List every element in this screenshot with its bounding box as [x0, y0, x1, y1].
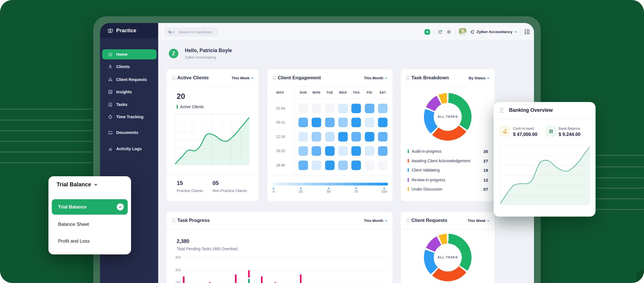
active-clients-label: Active Clients [177, 105, 204, 109]
tasks-icon [108, 102, 113, 107]
main-area: + [158, 23, 534, 283]
chevron-down-icon [385, 219, 388, 222]
sidebar-item-activity-logs[interactable]: Activity Logs [102, 144, 157, 154]
heatmap-cell[interactable] [378, 132, 388, 142]
heatmap-day-label: THU [351, 91, 361, 94]
heatmap-cell[interactable] [325, 146, 335, 156]
heatmap-cell[interactable] [351, 104, 361, 113]
drag-handle-icon[interactable] [273, 76, 276, 80]
search-icon[interactable] [165, 30, 176, 34]
heatmap-week-label: 01-04 [272, 106, 289, 110]
drag-handle-icon[interactable] [407, 76, 409, 80]
sidebar-item-tasks[interactable]: Tasks [102, 99, 157, 110]
drag-handle-icon[interactable] [172, 76, 175, 80]
legend-value: 35 [483, 149, 488, 154]
heatmap-cell[interactable] [351, 132, 361, 142]
sidebar-item-time-tracking[interactable]: Time Tracking [102, 112, 157, 122]
dropdown-option-trial-balance[interactable]: Trial Balance [52, 199, 128, 215]
chevron-down-icon [487, 219, 490, 222]
heatmap-cell[interactable] [365, 132, 374, 142]
area-line-chart [175, 114, 249, 165]
drag-handle-icon[interactable] [407, 219, 409, 222]
chevron-down-icon [172, 31, 174, 33]
sidebar-item-documents[interactable]: Documents [102, 127, 157, 138]
card-header: Client Engagement This Month [267, 69, 393, 87]
range-selector[interactable]: This Month [364, 219, 388, 223]
heatmap-cell[interactable] [351, 118, 361, 127]
heatmap-cell[interactable] [365, 146, 374, 156]
sidebar-item-client-requests[interactable]: Client Requests [102, 75, 157, 85]
tick-marker-icon [300, 187, 302, 189]
heatmap-cell[interactable] [378, 118, 388, 127]
search-input[interactable] [179, 30, 212, 34]
card-task-breakdown: Task Breakdown By Status ALL TASKS Audit… [400, 69, 495, 201]
sidebar-item-insights[interactable]: Insights [102, 87, 157, 97]
card-active-clients: Active Clients This Week 20 Active Clien… [166, 69, 259, 201]
report-dropdown-header[interactable]: Trial Balance [57, 181, 98, 188]
apps-grid-icon[interactable] [525, 29, 529, 34]
heatmap-day-label: SAT [378, 91, 388, 94]
chevron-down-icon [514, 31, 517, 33]
range-selector[interactable]: This Week [468, 219, 490, 223]
heatmap-cell[interactable] [338, 104, 348, 113]
heatmap-cell[interactable] [312, 104, 321, 113]
heatmap-cell[interactable] [312, 118, 321, 127]
dropdown-option-balance-sheet[interactable]: Balance Sheet [58, 222, 89, 227]
heatmap-cell[interactable] [298, 132, 308, 142]
heatmap-cell[interactable] [325, 161, 335, 170]
heatmap-cell[interactable] [365, 161, 374, 170]
nonpractice-clients-label: Non-Practice Clients [213, 189, 247, 193]
heatmap-cell[interactable] [338, 161, 348, 170]
heatmap-cell[interactable] [338, 146, 348, 156]
scale-tick: 0 [269, 187, 278, 194]
decor-line [0, 109, 92, 110]
sidebar-item-clients[interactable]: Clients [102, 62, 157, 72]
heatmap-cell[interactable] [325, 132, 335, 142]
heatmap-cell[interactable] [298, 146, 308, 156]
card-title: Banking Overview [509, 107, 553, 113]
org-switcher[interactable]: Zylker Accountancy [470, 30, 517, 34]
scale-tick: 100 [380, 187, 388, 194]
heatmap-month-label: NOV [276, 91, 284, 94]
heatmap-cell[interactable] [351, 146, 361, 156]
add-button[interactable]: + [424, 29, 430, 35]
heatmap-cell[interactable] [325, 118, 335, 127]
range-selector[interactable]: This Week [232, 76, 254, 80]
heatmap-cell[interactable] [312, 132, 321, 142]
user-avatar[interactable] [459, 28, 466, 36]
heatmap-cell[interactable] [365, 118, 374, 127]
users-group-icon [108, 77, 113, 82]
range-selector[interactable]: By Status [469, 76, 490, 80]
search-box[interactable] [165, 27, 218, 36]
org-avatar: Z [167, 47, 180, 60]
drag-handle-icon[interactable] [500, 108, 503, 113]
dropdown-option-profit-and-loss[interactable]: Profit and Loss [58, 238, 90, 244]
heatmap-cell[interactable] [312, 146, 321, 156]
card-header: Client Requests This Week [401, 212, 495, 229]
heatmap-cell[interactable] [338, 118, 348, 127]
sync-icon[interactable] [438, 29, 443, 34]
bar-completed [248, 279, 250, 283]
heatmap-cell[interactable] [325, 104, 335, 113]
heatmap-cell[interactable] [378, 161, 388, 170]
heatmap-cell[interactable] [312, 161, 321, 170]
chevron-down-icon [487, 77, 490, 80]
range-selector[interactable]: This Month [364, 76, 388, 80]
drag-handle-icon[interactable] [172, 219, 175, 222]
card-banking-overview: Banking Overview Cash in hand $ 47,000.0… [494, 102, 596, 217]
gear-icon[interactable] [446, 29, 451, 34]
topbar-actions: + [424, 23, 529, 41]
heatmap-cell[interactable] [378, 146, 388, 156]
heatmap-cell[interactable] [298, 104, 308, 113]
heatmap-cell[interactable] [338, 132, 348, 142]
card-title: Task Progress [177, 218, 210, 223]
heatmap-cell[interactable] [378, 104, 388, 113]
heatmap-cell[interactable] [365, 104, 374, 113]
sidebar-item-label: Clients [116, 64, 130, 69]
heatmap-cell[interactable] [298, 161, 308, 170]
heatmap-cell[interactable] [298, 118, 308, 127]
bar-overdue [261, 276, 263, 283]
sidebar-item-home[interactable]: Home [102, 49, 157, 59]
heatmap-cell[interactable] [351, 161, 361, 170]
heatmap-week-label: 12-18 [272, 135, 289, 139]
